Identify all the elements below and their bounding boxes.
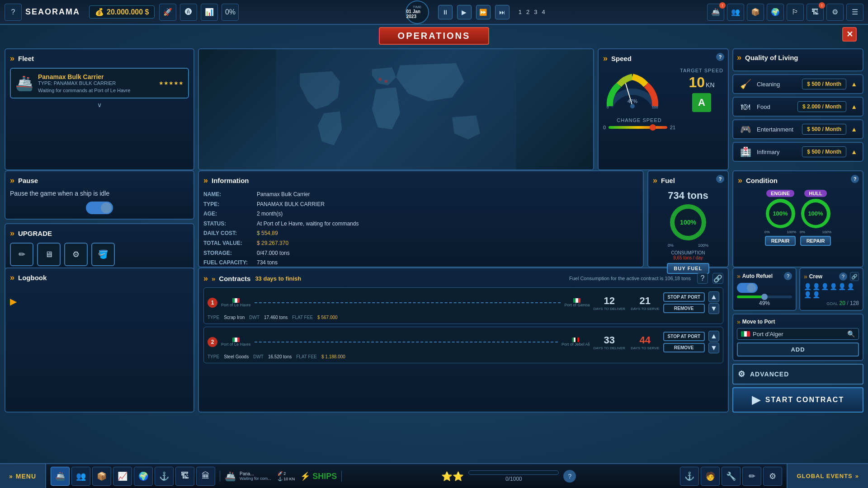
- hull-condition: HULL 100% 0% 100% REPAIR: [800, 190, 831, 246]
- speed-help[interactable]: ?: [716, 53, 724, 61]
- xp-help-icon[interactable]: ?: [563, 470, 576, 483]
- bottom-anchor-button[interactable]: ⚓: [680, 467, 699, 486]
- close-button[interactable]: ✕: [842, 27, 857, 42]
- condition-help[interactable]: ?: [851, 175, 859, 183]
- contracts-link[interactable]: 🔗: [712, 273, 723, 284]
- bottom-city-button[interactable]: 🏛: [196, 467, 215, 486]
- auto-mode-icon[interactable]: A: [692, 93, 711, 112]
- menu-icon[interactable]: ☰: [846, 4, 863, 21]
- bottom-buildings-button[interactable]: 🏗: [175, 467, 194, 486]
- contract-2-expand-down[interactable]: ▼: [708, 343, 719, 353]
- contract-1-from: Port of Le Havre: [221, 298, 251, 307]
- speed-fast-forward-button[interactable]: ⏭: [495, 5, 509, 19]
- port-search-bar[interactable]: Port d'Alger 🔍: [737, 328, 859, 340]
- upgrade-paint-button[interactable]: 🪣: [91, 243, 115, 266]
- food-value: $ 2.000 / Month: [797, 101, 846, 112]
- ships-tab[interactable]: ⚡ SHIPS: [298, 471, 337, 481]
- engine-repair-button[interactable]: REPAIR: [765, 236, 796, 246]
- rank-button[interactable]: 🅐: [180, 4, 197, 21]
- crew-help[interactable]: ?: [839, 272, 847, 281]
- bottom-tools-button[interactable]: 🔧: [722, 467, 741, 486]
- bottom-ships2-button[interactable]: ⚓: [155, 467, 174, 486]
- menu-button[interactable]: » MENU: [0, 464, 46, 488]
- cargo-icon[interactable]: 📦: [747, 4, 764, 21]
- ships-icon[interactable]: 🚢 !: [707, 4, 724, 21]
- contract-2-details: TYPE Steel Goods DWT 16.520 tons FLAT FE…: [208, 354, 719, 359]
- buildings-icon[interactable]: 🏗 !: [807, 4, 824, 21]
- map-panel[interactable]: [198, 48, 594, 170]
- pause-toggle[interactable]: [86, 202, 113, 214]
- coin-icon: 💰: [95, 8, 104, 16]
- engine-condition: ENGINE 100% 0% 100% REPAIR: [764, 190, 796, 246]
- bottom-ship-button[interactable]: 🚢: [51, 467, 70, 486]
- settings-icon[interactable]: ⚙: [826, 4, 844, 21]
- stats-button[interactable]: 📊: [201, 4, 218, 21]
- contract-1-expand-up[interactable]: ▲: [708, 291, 719, 302]
- remove-button-2[interactable]: REMOVE: [663, 343, 705, 352]
- pause-button[interactable]: ⏸: [438, 5, 453, 19]
- bottom-cargo-button[interactable]: 📦: [92, 467, 111, 486]
- bottom-pencil-button[interactable]: ✏: [742, 467, 761, 486]
- advanced-button[interactable]: ⚙ ADVANCED: [732, 364, 863, 385]
- contract-2-expand-up[interactable]: ▲: [708, 331, 719, 342]
- contract-1-stats: 12 DAYS TO DELIVER 21 DAYS TO SERVE: [593, 295, 659, 311]
- crew-current: 20: [840, 300, 845, 306]
- upgrade-edit-button[interactable]: ✏: [10, 243, 33, 266]
- auto-refuel-help[interactable]: ?: [784, 272, 792, 280]
- info-fuel-row: FUEL CAPACITY: 734 tons: [203, 258, 638, 268]
- hull-repair-button[interactable]: REPAIR: [800, 236, 831, 246]
- info-name-label: NAME:: [203, 190, 253, 200]
- cleaning-arrow[interactable]: ▲: [851, 80, 857, 88]
- dwt-label-2: DWT: [253, 354, 264, 359]
- crew-icon[interactable]: 👥: [727, 4, 744, 21]
- info-status-row: STATUS: At Port of Le Havre, waiting for…: [203, 219, 638, 229]
- infirmary-arrow[interactable]: ▲: [851, 148, 857, 155]
- fleet-chevron[interactable]: ∨: [10, 101, 189, 108]
- play-button[interactable]: ▶: [457, 5, 472, 19]
- engine-percent: 100%: [769, 202, 792, 225]
- auto-refuel-toggle[interactable]: [737, 283, 758, 293]
- mini-ship-info: 🚢 Pana... Waiting for com... 🚀 2 ⚓ 10 KN…: [220, 471, 342, 482]
- svg-point-2: [378, 78, 382, 81]
- ship-card[interactable]: 🚢 Panamax Bulk Carrier TYPE: PANAMAX BUL…: [10, 68, 189, 99]
- xp-text: 0/1000: [505, 476, 522, 482]
- bottom-settings-button[interactable]: ⚙: [763, 467, 782, 486]
- mini-ship-icon: 🚢: [225, 471, 236, 482]
- serve-days-1: 21: [631, 295, 659, 307]
- bottom-crew-button[interactable]: 👥: [71, 467, 90, 486]
- speed-slider[interactable]: [609, 126, 667, 129]
- flag-icon[interactable]: 🏳: [787, 4, 804, 21]
- help-button[interactable]: ?: [5, 4, 22, 21]
- contract-1-expand: ▲ ▼: [708, 291, 719, 314]
- type-val-2: Steel Goods: [224, 354, 249, 359]
- contracts-help[interactable]: ?: [697, 273, 708, 284]
- bottom-chart-button[interactable]: 📈: [113, 467, 132, 486]
- entertainment-arrow[interactable]: ▲: [851, 126, 857, 133]
- port-search-icon[interactable]: 🔍: [847, 330, 855, 338]
- upgrade-screen-button[interactable]: 🖥: [37, 243, 61, 266]
- upgrade-gear-button[interactable]: ⚙: [64, 243, 88, 266]
- fuel-help[interactable]: ?: [716, 175, 724, 183]
- bottom-person-button[interactable]: 🧑: [701, 467, 720, 486]
- route-button[interactable]: 🚀: [159, 4, 176, 21]
- food-arrow[interactable]: ▲: [851, 103, 857, 110]
- global-events-button[interactable]: GLOBAL EVENTS »: [787, 464, 868, 488]
- bottom-globe-button[interactable]: 🌍: [134, 467, 153, 486]
- deliver-days-1: 12: [593, 295, 625, 307]
- contract-1-num: 1: [208, 298, 217, 308]
- buy-fuel-button[interactable]: BUY FUEL: [667, 263, 710, 274]
- remove-button-1[interactable]: REMOVE: [663, 304, 705, 313]
- fuel-tons: 734 tons: [668, 190, 708, 202]
- crew-link[interactable]: 🔗: [850, 272, 859, 281]
- speed-forward-button[interactable]: ⏩: [476, 5, 491, 19]
- refuel-slider[interactable]: [737, 296, 792, 298]
- speed-slider-container[interactable]: 0 21: [603, 125, 675, 130]
- stop-port-button-2[interactable]: STOP AT PORT: [663, 332, 705, 341]
- fuel-gauge: 100%: [670, 204, 706, 240]
- add-port-button[interactable]: ADD: [737, 343, 859, 357]
- contract-1-expand-down[interactable]: ▼: [708, 303, 719, 314]
- stop-port-button-1[interactable]: STOP AT PORT: [663, 292, 705, 302]
- start-contract-button[interactable]: ▶ START CONTRACT: [732, 387, 863, 413]
- globe-icon[interactable]: 🌍: [767, 4, 784, 21]
- ship-type: TYPE: PANAMAX BULK CARRIER: [38, 80, 130, 86]
